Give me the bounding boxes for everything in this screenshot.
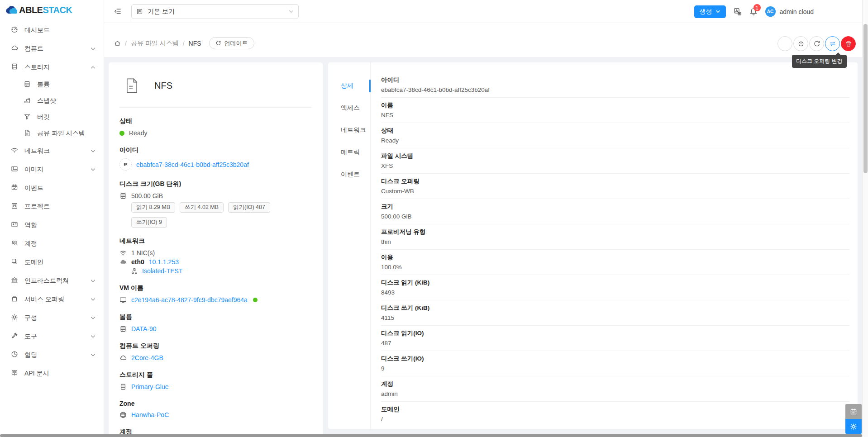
user-menu[interactable]: AC admin cloud: [765, 6, 814, 17]
sidebar-item-roles[interactable]: 역할: [0, 216, 104, 234]
disk-write-badge: 쓰기 4.02 MB: [180, 202, 224, 213]
sidebar-item-configuration[interactable]: 구성: [0, 309, 104, 327]
sidebar-item-snapshots[interactable]: 스냅샷: [0, 93, 104, 109]
network-name-link[interactable]: Isolated-TEST: [142, 267, 182, 275]
nic-ip-link[interactable]: 10.1.1.253: [149, 258, 179, 266]
menu-fold-icon[interactable]: [114, 8, 121, 15]
wrench-icon: [11, 332, 18, 341]
translate-icon[interactable]: [734, 8, 742, 16]
storage-pool-link[interactable]: Primary-Glue: [131, 383, 168, 390]
hdd-icon: [119, 192, 127, 200]
breadcrumb-separator: /: [183, 40, 185, 47]
delete-button[interactable]: [841, 36, 856, 51]
breadcrumb-band: / 공유 파일 시스템 / NFS 업데이트: [104, 23, 868, 57]
storage-pool-row: Primary-Glue: [119, 383, 312, 390]
detail-row: 이름NFS: [381, 98, 849, 123]
sidebar-item-events[interactable]: 이벤트: [0, 179, 104, 197]
breadcrumb-current: NFS: [189, 40, 201, 47]
sidebar-item-allocation[interactable]: 할당: [0, 346, 104, 364]
notifications-bell[interactable]: 1: [749, 8, 758, 16]
detail-row: 디스크 오퍼링Custom-WB: [381, 174, 849, 199]
zone-row: Hanwha-PoC: [119, 411, 312, 418]
detail-row: 디스크 읽기 (KiB)8493: [381, 275, 849, 300]
view-selector[interactable]: 기본 보기: [131, 4, 299, 19]
tab-access[interactable]: 액세스: [328, 99, 370, 117]
chevron-down-icon: [91, 352, 95, 357]
resource-id-link[interactable]: ebabfca7-38cd-46c1-b0bd-aff25c3b20af: [136, 161, 249, 168]
brand-logo[interactable]: ABLESTACK: [0, 0, 104, 20]
sidebar-item-domains[interactable]: 도메인: [0, 253, 104, 271]
view-selector-value: 기본 보기: [148, 8, 289, 16]
sidebar-item-network[interactable]: 네트워크: [0, 142, 104, 160]
disk-read-badge: 읽기 8.29 MB: [131, 202, 175, 213]
username: admin cloud: [780, 8, 814, 15]
disk-read-io-badge: 읽기(IO) 487: [228, 202, 270, 213]
tab-events[interactable]: 이벤트: [328, 166, 370, 184]
resource-title: NFS: [154, 81, 172, 91]
sidebar-item-dashboard[interactable]: 대시보드: [0, 21, 104, 39]
sidebar-item-api-docs[interactable]: API 문서: [0, 364, 104, 383]
volume-link[interactable]: DATA-90: [131, 325, 157, 332]
nic-count-row: 1 NIC(s): [119, 249, 312, 256]
breadcrumb-separator: /: [125, 40, 127, 47]
sidebar-item-compute[interactable]: 컴퓨트: [0, 39, 104, 58]
sidebar: ABLESTACK 대시보드 컴퓨트 스토리지 볼륨: [0, 0, 104, 437]
sidebar-item-accounts[interactable]: 계정: [0, 234, 104, 253]
breadcrumb-shared-filesystems[interactable]: 공유 파일 시스템: [131, 39, 179, 48]
sidebar-item-images[interactable]: 이미지: [0, 160, 104, 179]
chevron-down-icon: [91, 46, 95, 51]
project-icon: [11, 202, 18, 211]
sidebar-item-storage[interactable]: 스토리지: [0, 58, 104, 76]
detail-row: 디스크 읽기(IO)487: [381, 326, 849, 351]
sidebar-item-infrastructure[interactable]: 인프라스트럭쳐: [0, 271, 104, 290]
sidebar-item-projects[interactable]: 프로젝트: [0, 197, 104, 216]
detail-row: 계정admin: [381, 376, 849, 402]
change-disk-offering-button[interactable]: [825, 36, 840, 51]
sidebar-item-buckets[interactable]: 버킷: [0, 109, 104, 125]
volume-icon: [119, 325, 127, 332]
wifi-icon: [11, 147, 18, 155]
disk-write-io-badge: 쓰기(IO) 9: [131, 217, 167, 228]
event-timeline-button[interactable]: [845, 404, 862, 419]
tab-network[interactable]: 네트워크: [328, 121, 370, 139]
sidebar-item-volumes[interactable]: 볼륨: [0, 76, 104, 93]
compute-offering-link[interactable]: 2Core-4GB: [131, 354, 163, 361]
status-row: Ready: [119, 129, 312, 137]
power-button[interactable]: [793, 36, 808, 51]
detail-row: 디스크 쓰기(IO)9: [381, 351, 849, 376]
update-button[interactable]: 업데이트: [209, 37, 254, 49]
tab-metrics[interactable]: 메트릭: [328, 143, 370, 162]
create-button[interactable]: 생성: [694, 5, 726, 18]
pie-chart-icon: [11, 351, 18, 359]
barcode-icon: [119, 158, 132, 171]
resource-summary-card: NFS 상태 Ready 아이디 ebabfca7-38cd-46c1-b0bd…: [109, 62, 323, 437]
vm-row: c2e194a6-ac78-4827-9fc9-dbc79aef964a: [119, 296, 312, 304]
horizontal-scrollbar-thumb[interactable]: [0, 434, 862, 437]
network-name-row: Isolated-TEST: [131, 267, 312, 275]
cloud-logo-icon: [5, 5, 17, 15]
settings-button[interactable]: [845, 419, 862, 434]
sidebar-item-shared-filesystems[interactable]: 공유 파일 시스템: [0, 125, 104, 142]
sidebar-item-tools[interactable]: 도구: [0, 327, 104, 346]
vertical-scrollbar-thumb[interactable]: [863, 24, 868, 173]
chevron-down-icon: [289, 9, 294, 14]
status-dot: [119, 131, 124, 136]
book-icon: [11, 369, 18, 378]
zone-link[interactable]: Hanwha-PoC: [131, 411, 169, 418]
breadcrumb: / 공유 파일 시스템 / NFS 업데이트: [114, 37, 254, 49]
id-row: ebabfca7-38cd-46c1-b0bd-aff25c3b20af: [119, 158, 312, 171]
restart-button[interactable]: [809, 36, 824, 51]
tab-details[interactable]: 상세: [328, 77, 370, 95]
disk-size-value: 500.00 GiB: [131, 192, 163, 200]
home-icon[interactable]: [114, 40, 121, 47]
globe-icon: [119, 411, 127, 418]
database-icon: [119, 383, 127, 390]
project-view-icon: [136, 8, 143, 15]
dashboard-icon: [11, 26, 18, 34]
sidebar-item-service-offerings[interactable]: 서비스 오퍼링: [0, 290, 104, 309]
vm-link[interactable]: c2e194a6-ac78-4827-9fc9-dbc79aef964a: [131, 296, 248, 304]
volume-row: DATA-90: [119, 325, 312, 332]
resource-detail-card: 상세 액세스 네트워크 메트릭 이벤트 아이디ebabfca7-38cd-46c…: [328, 62, 858, 429]
edit-button[interactable]: [777, 36, 792, 51]
detail-row: 파일 시스템XFS: [381, 148, 849, 174]
